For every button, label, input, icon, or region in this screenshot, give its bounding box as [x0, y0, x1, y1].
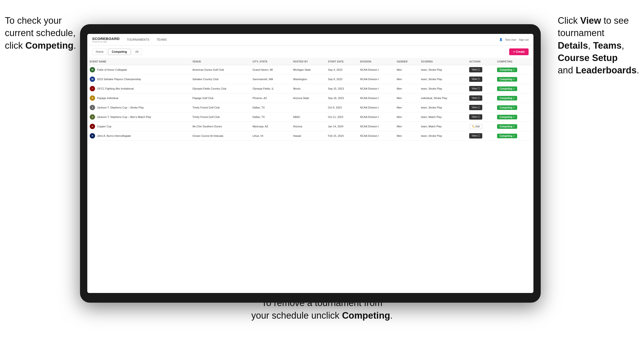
- team-logo: W: [90, 76, 95, 82]
- competing-button[interactable]: Competing ✓: [497, 68, 517, 72]
- team-logo: M: [90, 67, 95, 72]
- competing-button[interactable]: Competing ✓: [497, 115, 517, 119]
- view-button[interactable]: View ⓘ: [469, 86, 482, 91]
- city-state-cell: Olympia Fields, IL: [250, 84, 290, 93]
- user-icon: 👤: [499, 38, 503, 41]
- edit-button[interactable]: ✏️ Edit: [469, 124, 482, 129]
- event-name-cell: A Copper Cup: [87, 122, 190, 131]
- city-state-cell: Lihue, HI: [250, 131, 290, 141]
- competing-cell: Competing ✓: [495, 131, 534, 141]
- sign-out-link[interactable]: Sign out: [519, 38, 528, 41]
- competing-button[interactable]: Competing ✓: [497, 134, 517, 138]
- tab-competing[interactable]: Competing: [108, 49, 131, 55]
- competing-button[interactable]: Competing ✓: [497, 96, 517, 101]
- hosted-by-cell: Hawaii: [291, 131, 326, 141]
- annotation-bold: Competing: [25, 40, 73, 51]
- venue-cell: Olympia Fields Country Club: [190, 84, 250, 93]
- city-state-cell: Sammamish, WA: [250, 75, 290, 84]
- filter-tabs: Home Competing All: [92, 49, 142, 55]
- event-name-cell: H John A. Burns Intercollegiate: [87, 131, 190, 141]
- col-city-state: CITY, STATE: [250, 58, 290, 65]
- view-button[interactable]: View ⓘ: [469, 105, 482, 110]
- event-name-text: Jackson T. Stephens Cup – Men's Match Pl…: [97, 116, 151, 118]
- start-date-cell: Oct 11, 2023: [326, 112, 358, 122]
- event-name-text: 2023 Sahalee Players Championship: [97, 78, 141, 81]
- nav-teams[interactable]: TEAMS: [157, 38, 166, 41]
- venue-cell: Sahalee Country Club: [190, 75, 250, 84]
- venue-cell: American Dunes Golf Club: [190, 65, 250, 75]
- division-cell: NCAA Division I: [358, 112, 394, 122]
- team-logo: J: [90, 114, 95, 120]
- view-button[interactable]: View ⓘ: [469, 114, 482, 120]
- table-row: A Copper Cup Ak-Chin Southern DunesMaric…: [87, 122, 534, 131]
- create-button[interactable]: + Create: [509, 48, 528, 55]
- competing-button[interactable]: Competing ✓: [497, 105, 517, 110]
- actions-cell: View ⓘ: [467, 75, 495, 84]
- start-date-cell: Sep 9, 2023: [326, 75, 358, 84]
- start-date-cell: Feb 15, 2024: [326, 131, 358, 141]
- table-row: I OFCC Fighting Illini Invitational Olym…: [87, 84, 534, 93]
- hosted-by-cell: Washington: [291, 75, 326, 84]
- navbar: SCOREBOARD Powered by clipp TOURNAMENTS …: [87, 34, 534, 45]
- actions-cell: View ⓘ: [467, 93, 495, 103]
- scoring-cell: team, Stroke Play: [418, 65, 467, 75]
- team-logo: A: [90, 124, 95, 129]
- scoreboard-logo: SCOREBOARD Powered by clipp: [92, 36, 120, 43]
- gender-cell: Men: [394, 112, 418, 122]
- hosted-by-cell: Arizona: [291, 122, 326, 131]
- competing-button[interactable]: Competing ✓: [497, 124, 517, 129]
- event-name-text: Papago Individual: [97, 97, 118, 100]
- table-container: EVENT NAME VENUE CITY, STATE HOSTED BY S…: [87, 58, 534, 293]
- tablet-screen: SCOREBOARD Powered by clipp TOURNAMENTS …: [87, 34, 534, 293]
- tablet-device: SCOREBOARD Powered by clipp TOURNAMENTS …: [80, 24, 541, 303]
- division-cell: NCAA Division I: [358, 84, 394, 93]
- col-hosted-by: HOSTED BY: [291, 58, 326, 65]
- view-button[interactable]: View ⓘ: [469, 133, 482, 139]
- division-cell: NCAA Division I: [358, 75, 394, 84]
- logo-text: SCOREBOARD: [92, 36, 120, 41]
- scoring-cell: individual, Stroke Play: [418, 93, 467, 103]
- col-division: DIVISION: [358, 58, 394, 65]
- hosted-by-cell: ABAC: [291, 112, 326, 122]
- view-button[interactable]: View ⓘ: [469, 95, 482, 101]
- competing-cell: Competing ✓: [495, 84, 534, 93]
- hosted-by-cell: Michigan State: [291, 65, 326, 75]
- gender-cell: Men: [394, 122, 418, 131]
- venue-cell: Ak-Chin Southern Dunes: [190, 122, 250, 131]
- event-name-text: OFCC Fighting Illini Invitational: [97, 87, 134, 90]
- venue-cell: Trinity Forest Golf Club: [190, 112, 250, 122]
- team-logo: P: [90, 95, 95, 101]
- main-content: Home Competing All + Create EVENT NAME V…: [87, 45, 534, 293]
- competing-button[interactable]: Competing ✓: [497, 77, 517, 82]
- competing-cell: Competing ✓: [495, 93, 534, 103]
- scoring-cell: team, Stroke Play: [418, 75, 467, 84]
- venue-cell: Trinity Forest Golf Club: [190, 103, 250, 112]
- logo-subtext: Powered by clipp: [92, 41, 120, 43]
- nav-tournaments[interactable]: TOURNAMENTS: [127, 38, 149, 41]
- competing-button[interactable]: Competing ✓: [497, 86, 517, 91]
- city-state-cell: Phoenix, AZ: [250, 93, 290, 103]
- event-name-cell: J Jackson T. Stephens Cup – Men's Match …: [87, 112, 190, 122]
- scoring-cell: team, Stroke Play: [418, 103, 467, 112]
- competing-cell: Competing ✓: [495, 103, 534, 112]
- view-button[interactable]: View ⓘ: [469, 67, 482, 72]
- event-name-cell: I OFCC Fighting Illini Invitational: [87, 84, 190, 93]
- nav-links: TOURNAMENTS TEAMS: [127, 38, 499, 41]
- gender-cell: Men: [394, 131, 418, 141]
- table-row: P Papago Individual Papago Golf ClubPhoe…: [87, 93, 534, 103]
- competing-cell: Competing ✓: [495, 122, 534, 131]
- tab-all[interactable]: All: [132, 49, 142, 55]
- team-logo: H: [90, 133, 95, 139]
- event-name-cell: J Jackson T. Stephens Cup – Stroke Play: [87, 103, 190, 112]
- col-competing: COMPETING: [495, 58, 534, 65]
- col-scoring: SCORING: [418, 58, 467, 65]
- team-logo: J: [90, 105, 95, 110]
- start-date-cell: Sep 18, 2023: [326, 93, 358, 103]
- table-row: J Jackson T. Stephens Cup – Stroke Play …: [87, 103, 534, 112]
- tab-home[interactable]: Home: [92, 49, 107, 55]
- city-state-cell: Dallas, TX: [250, 103, 290, 112]
- view-button[interactable]: View ⓘ: [469, 76, 482, 82]
- gender-cell: Men: [394, 65, 418, 75]
- actions-cell: View ⓘ: [467, 103, 495, 112]
- table-row: H John A. Burns Intercollegiate Ocean Co…: [87, 131, 534, 141]
